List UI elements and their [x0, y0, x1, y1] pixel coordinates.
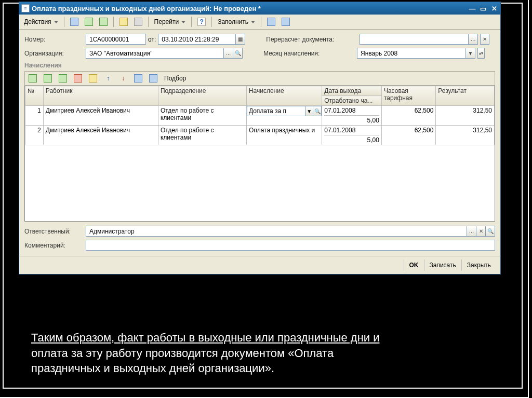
toolbar-icon [282, 18, 290, 26]
grid-save-button[interactable] [86, 73, 100, 84]
maximize-button[interactable]: ▭ [478, 4, 488, 13]
responsible-input[interactable] [88, 227, 464, 236]
number-input[interactable] [88, 35, 143, 44]
grid-copy-button[interactable] [41, 73, 55, 84]
clear-button[interactable]: ✕ [476, 226, 486, 237]
col-result[interactable]: Результат [436, 86, 495, 106]
goto-menu[interactable]: Перейти [152, 16, 189, 28]
table-row[interactable]: 1 Дмитриев Алексей Иванович Отдел по раб… [25, 106, 495, 126]
recalc-input[interactable] [362, 35, 466, 44]
comment-input[interactable] [88, 241, 493, 250]
col-worker[interactable]: Работник [43, 86, 158, 106]
search-button[interactable]: 🔍 [486, 226, 495, 237]
row-org-month: Организация: … 🔍 Месяц начисления: ▼ ▴▾ [24, 48, 495, 59]
toolbar-icon [134, 18, 142, 26]
select-button[interactable]: … [224, 48, 233, 59]
grid-moveup-button[interactable]: ↑ [101, 73, 115, 84]
arrow-up-icon: ↑ [104, 74, 112, 83]
number-field[interactable] [86, 34, 146, 45]
col-dateout[interactable]: Дата выхода [322, 86, 382, 96]
recalc-label: Перерасчет документа: [266, 36, 360, 43]
cell-dept: Отдел по работе с клиентами [158, 106, 246, 126]
chevron-down-icon [251, 21, 255, 23]
copy-icon [44, 74, 52, 83]
grid-delete-button[interactable] [71, 73, 85, 84]
org-input[interactable] [88, 49, 221, 58]
grid-sortdesc-button[interactable] [147, 73, 160, 84]
toolbar-btn-7[interactable] [279, 16, 292, 28]
org-label: Организация: [24, 50, 86, 57]
dropdown-button[interactable]: ▼ [466, 48, 475, 59]
date-field[interactable] [158, 34, 236, 45]
dropdown-button[interactable]: ▼ [305, 106, 313, 116]
accrual-text: Доплата за п [247, 106, 305, 116]
col-dept[interactable]: Подразделение [158, 86, 246, 106]
clear-button[interactable]: ✕ [480, 34, 489, 45]
section-title: Начисления [24, 62, 495, 69]
fill-menu[interactable]: Заполнить [215, 16, 258, 28]
toolbar-btn-6[interactable] [264, 16, 278, 28]
cell-dateout: 07.01.2008 [324, 127, 379, 134]
grid-toolbar: ↑ ↓ Подбор [24, 71, 495, 86]
table-row[interactable]: 2 Дмитриев Алексей Иванович Отдел по раб… [25, 126, 495, 145]
org-field[interactable] [86, 48, 224, 59]
grid-edit-button[interactable] [56, 73, 70, 84]
cell-date-worked: 07.01.2008 5,00 [322, 126, 382, 145]
toolbar-btn-5[interactable] [131, 16, 145, 28]
slide-caption: Таким образом, факт работы в выходные ил… [31, 330, 488, 376]
spinner-buttons[interactable]: ▴▾ [477, 48, 485, 59]
col-accrual[interactable]: Начисление [246, 86, 322, 106]
cell-hourly: 62,500 [381, 126, 435, 145]
responsible-field[interactable] [86, 226, 467, 237]
toolbar-btn-2[interactable] [82, 16, 96, 28]
select-button[interactable]: … [469, 34, 478, 45]
toolbar-btn-1[interactable] [68, 16, 81, 28]
col-n[interactable]: № [25, 86, 44, 106]
delete-icon [74, 74, 82, 83]
window-title: Оплата праздничных и выходных дней орган… [32, 5, 468, 12]
calendar-button[interactable]: ▦ [236, 34, 245, 45]
toolbar-btn-4[interactable] [117, 16, 130, 28]
cell-result: 312,50 [436, 106, 495, 126]
actions-menu[interactable]: Действия [21, 16, 61, 28]
podbor-button[interactable]: Подбор [162, 73, 189, 84]
minimize-button[interactable]: — [468, 4, 477, 13]
ok-button[interactable]: OK [404, 259, 424, 271]
add-icon [29, 74, 37, 83]
search-button[interactable]: 🔍 [233, 48, 243, 59]
date-input[interactable] [161, 35, 233, 44]
form-bottom: Ответственный: … ✕ 🔍 Комментарий: [24, 226, 495, 251]
accruals-grid[interactable]: № Работник Подразделение Начисление Дата… [24, 86, 495, 222]
actions-label: Действия [24, 18, 51, 25]
toolbar-btn-3[interactable] [97, 16, 110, 28]
row-number-date: Номер: от: ▦ Перерасчет документа: … ✕ [24, 34, 495, 45]
from-label: от: [148, 36, 156, 43]
col-hourly[interactable]: Часовая тарифная [381, 86, 435, 106]
close-button[interactable]: Закрыть [461, 259, 496, 271]
grid-movedown-button[interactable]: ↓ [116, 73, 130, 84]
recalc-field[interactable] [360, 34, 469, 45]
caption-line2: оплата за эту работу производится докуме… [31, 347, 334, 360]
separator [148, 17, 149, 27]
row-responsible: Ответственный: … ✕ 🔍 [24, 226, 495, 237]
form-content: Номер: от: ▦ Перерасчет документа: … ✕ [19, 30, 500, 256]
select-button[interactable]: … [467, 226, 476, 237]
col-worked[interactable]: Отработано ча... [322, 96, 382, 106]
grid-add-button[interactable] [26, 73, 39, 84]
app-icon: ≡ [21, 4, 30, 12]
month-field[interactable] [357, 48, 466, 59]
separator [211, 17, 212, 27]
accruals-table: № Работник Подразделение Начисление Дата… [25, 86, 495, 145]
toolbar-icon [119, 18, 128, 26]
comment-field[interactable] [86, 240, 495, 251]
help-button[interactable]: ? [195, 16, 208, 28]
close-button[interactable]: ✕ [489, 4, 499, 13]
header-row-1: № Работник Подразделение Начисление Дата… [25, 86, 495, 96]
grid-sortasc-button[interactable] [131, 73, 145, 84]
search-button[interactable]: 🔍 [313, 106, 322, 116]
save-button[interactable]: Записать [424, 259, 461, 271]
cell-accrual[interactable]: Доплата за п ▼ 🔍 [246, 106, 322, 126]
month-input[interactable] [360, 49, 463, 58]
chevron-down-icon [54, 21, 58, 23]
sort-asc-icon [134, 74, 142, 83]
